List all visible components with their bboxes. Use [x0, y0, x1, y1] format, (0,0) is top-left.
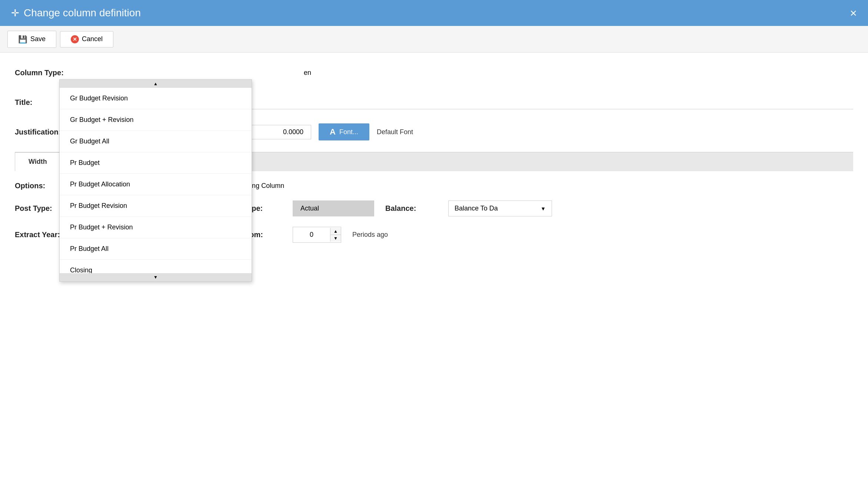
cancel-label: Cancel	[82, 35, 103, 43]
tab-width[interactable]: Width	[15, 152, 61, 171]
move-icon: ✛	[11, 7, 19, 19]
balance-select[interactable]: Balance To Da ▼	[448, 200, 552, 216]
close-button[interactable]: ×	[850, 7, 857, 19]
spinner-down-button[interactable]: ▼	[330, 235, 341, 242]
cancel-icon: ✕	[71, 35, 79, 43]
dropdown-item-pr-budget-all[interactable]: Pr Budget All	[60, 238, 252, 260]
balance-value: Balance To Da	[455, 205, 498, 212]
column-type-field: en	[89, 69, 853, 77]
save-label: Save	[30, 35, 46, 43]
dropdown-item-pr-budget-plus-revision[interactable]: Pr Budget + Revision	[60, 217, 252, 238]
font-button[interactable]: A Font...	[319, 123, 369, 140]
save-button[interactable]: 💾 Save	[7, 31, 56, 48]
dropdown-item-closing[interactable]: Closing	[60, 260, 252, 273]
change-column-dialog: ✛ Change column definition × 💾 Save ✕ Ca…	[0, 0, 868, 494]
spinner-up-button[interactable]: ▲	[330, 228, 341, 235]
font-button-label: Font...	[339, 128, 358, 136]
cancel-button[interactable]: ✕ Cancel	[60, 31, 113, 47]
to-post-type-value: Actual	[293, 200, 374, 216]
dropdown-item-gr-budget-all[interactable]: Gr Budget All	[60, 131, 252, 152]
dropdown-item-pr-budget[interactable]: Pr Budget	[60, 152, 252, 174]
save-icon: 💾	[18, 35, 27, 44]
extract-from-value: 0	[293, 227, 330, 242]
dialog-title-group: ✛ Change column definition	[11, 7, 141, 19]
spinner-buttons: ▲ ▼	[330, 228, 341, 242]
column-type-dropdown[interactable]: ▲ Gr Budget Revision Gr Budget + Revisio…	[59, 79, 252, 282]
balance-label: Balance:	[385, 204, 437, 213]
width-value-input[interactable]: 0.0000	[245, 125, 311, 139]
scroll-down-arrow[interactable]: ▼	[60, 273, 252, 281]
dropdown-item-gr-budget-plus-revision[interactable]: Gr Budget + Revision	[60, 109, 252, 131]
dialog-body: ▲ Gr Budget Revision Gr Budget + Revisio…	[0, 53, 868, 494]
column-type-value: en	[304, 69, 311, 76]
font-default-label: Default Font	[377, 128, 413, 136]
dropdown-item-gr-budget-revision[interactable]: Gr Budget Revision	[60, 88, 252, 109]
dialog-header: ✛ Change column definition ×	[0, 0, 868, 26]
dropdown-list: Gr Budget Revision Gr Budget + Revision …	[60, 88, 252, 273]
balance-arrow: ▼	[541, 206, 546, 212]
extract-from-spinner: 0 ▲ ▼	[293, 227, 341, 243]
font-icon: A	[330, 127, 336, 137]
toolbar: 💾 Save ✕ Cancel	[0, 26, 868, 53]
periods-ago-label: Periods ago	[352, 231, 388, 239]
column-type-label: Column Type:	[15, 69, 89, 77]
scroll-up-arrow[interactable]: ▲	[60, 80, 252, 88]
dropdown-item-pr-budget-allocation[interactable]: Pr Budget Allocation	[60, 174, 252, 195]
dropdown-item-pr-budget-revision[interactable]: Pr Budget Revision	[60, 195, 252, 217]
dialog-title: Change column definition	[24, 7, 141, 19]
